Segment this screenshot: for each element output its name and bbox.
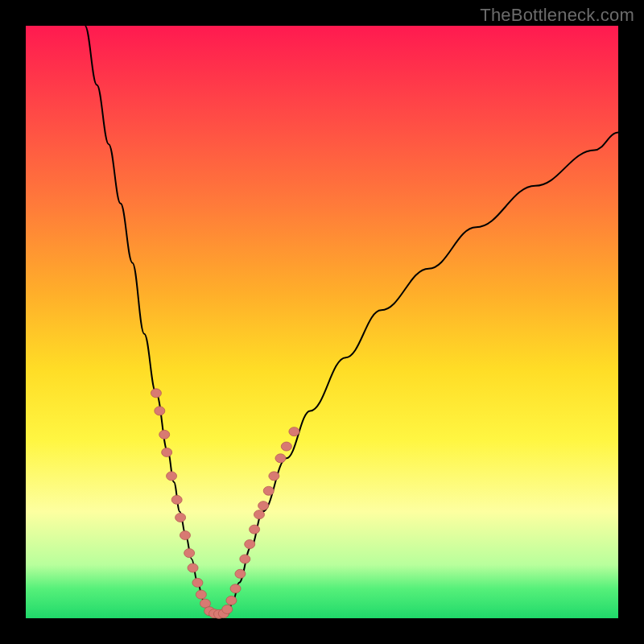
chart-frame: TheBottleneck.com <box>0 0 644 644</box>
data-point <box>151 389 161 398</box>
data-point <box>250 525 260 534</box>
chart-svg <box>26 26 618 618</box>
data-point <box>269 472 279 481</box>
data-point <box>245 540 255 549</box>
data-point <box>258 502 269 510</box>
data-point <box>289 427 299 436</box>
data-point <box>226 596 237 605</box>
plot-area <box>26 26 618 618</box>
data-point <box>230 584 241 593</box>
data-point <box>196 590 206 599</box>
data-point <box>192 578 203 587</box>
data-point <box>222 605 233 613</box>
data-point <box>240 555 250 564</box>
right-branch-curve <box>227 132 618 615</box>
data-point <box>175 513 186 522</box>
data-point <box>162 448 172 456</box>
data-point <box>235 569 246 578</box>
data-point <box>281 442 291 451</box>
data-point <box>254 510 264 519</box>
data-point <box>159 430 170 439</box>
data-point <box>155 407 165 415</box>
data-point <box>275 454 286 463</box>
scatter-points <box>151 389 299 619</box>
watermark-text: TheBottleneck.com <box>480 5 634 26</box>
data-point <box>188 564 198 572</box>
data-point <box>184 549 195 558</box>
left-branch-curve <box>85 26 210 615</box>
data-point <box>167 472 177 481</box>
data-point <box>171 495 182 504</box>
data-point <box>263 486 274 495</box>
data-point <box>180 530 190 539</box>
